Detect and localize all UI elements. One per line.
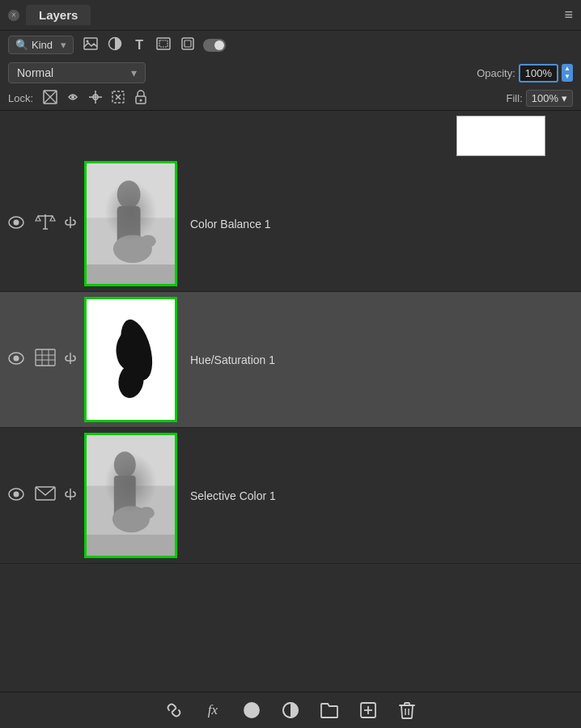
- bottom-toolbar: fx: [0, 692, 581, 728]
- visibility-toggle[interactable]: [8, 352, 28, 368]
- svg-point-10: [71, 95, 74, 99]
- svg-rect-6: [184, 40, 191, 47]
- fill-chevron-icon: ▾: [562, 92, 567, 104]
- layer-type-icon: [34, 349, 57, 370]
- layer-row[interactable]: Selective Color 1: [0, 428, 581, 564]
- svg-rect-31: [36, 349, 55, 366]
- blend-mode-value: Normal: [17, 66, 53, 79]
- layer-mask-thumbnail: [84, 297, 177, 422]
- fill-value-text: 100%: [532, 92, 558, 104]
- lock-transparency-icon[interactable]: [41, 90, 59, 107]
- opacity-label: Opacity:: [477, 67, 515, 79]
- fill-value[interactable]: 100% ▾: [526, 90, 573, 107]
- lock-image-icon[interactable]: [64, 91, 82, 106]
- white-thumbnail-block: [456, 116, 545, 156]
- kind-label: Kind: [32, 39, 53, 51]
- layer-type-icon: [34, 485, 57, 506]
- blend-row: Normal ▾ Opacity: 100% ▲ ▼: [0, 59, 581, 87]
- opacity-group: Opacity: 100% ▲ ▼: [477, 64, 573, 83]
- svg-rect-4: [159, 40, 168, 47]
- lock-row: Lock:: [0, 87, 581, 111]
- close-button[interactable]: ×: [8, 10, 19, 21]
- visibility-toggle[interactable]: [8, 216, 28, 232]
- image-filter-icon[interactable]: [82, 37, 100, 53]
- svg-point-44: [114, 451, 136, 478]
- filter-icons: T: [82, 36, 226, 53]
- svg-point-47: [139, 506, 155, 518]
- filter-toggle[interactable]: [203, 39, 226, 52]
- lock-position-icon[interactable]: [87, 90, 104, 107]
- link-layers-button[interactable]: [163, 699, 185, 722]
- svg-rect-5: [182, 38, 193, 49]
- opacity-up-icon: ▲: [564, 65, 570, 73]
- svg-point-27: [141, 235, 156, 247]
- svg-rect-43: [87, 435, 175, 485]
- filter-row: 🔍 Kind ▾ T: [0, 31, 581, 59]
- svg-point-24: [117, 180, 141, 209]
- svg-point-46: [112, 506, 150, 532]
- mask-thumb: [87, 299, 175, 420]
- smart-filter-icon[interactable]: [179, 36, 197, 53]
- kind-chevron-icon: ▾: [61, 39, 66, 51]
- visibility-toggle[interactable]: [8, 488, 28, 504]
- svg-point-50: [244, 703, 259, 717]
- title-bar: × Layers ≡: [0, 0, 581, 31]
- kind-select[interactable]: 🔍 Kind ▾: [8, 36, 74, 54]
- blend-mode-select[interactable]: Normal ▾: [8, 62, 146, 83]
- chain-icon: [63, 214, 78, 233]
- layers-area: Color Balance 1: [0, 111, 581, 692]
- layer-row[interactable]: Color Balance 1: [0, 156, 581, 292]
- svg-point-40: [14, 491, 19, 497]
- layer-thumbnail: [84, 161, 177, 286]
- new-group-button[interactable]: [318, 699, 341, 722]
- adjustment-filter-icon[interactable]: [106, 36, 124, 53]
- white-block-row: [0, 111, 581, 156]
- svg-rect-48: [87, 535, 175, 556]
- chain-icon: [63, 350, 78, 369]
- opacity-value[interactable]: 100%: [519, 64, 558, 83]
- svg-point-26: [113, 235, 152, 263]
- layer-name: Hue/Saturation 1: [190, 353, 275, 366]
- layer-effects-button[interactable]: fx: [201, 699, 224, 722]
- layer-name: Selective Color 1: [190, 489, 276, 502]
- bw-photo-thumbnail: [87, 435, 175, 556]
- opacity-stepper[interactable]: ▲ ▼: [562, 64, 573, 81]
- bw-photo-thumbnail: [87, 163, 175, 284]
- svg-point-18: [14, 219, 19, 225]
- panel-menu-icon[interactable]: ≡: [564, 6, 573, 23]
- lock-artboard-icon[interactable]: [109, 90, 127, 107]
- svg-rect-3: [157, 38, 170, 49]
- fill-label: Fill:: [507, 92, 523, 104]
- layer-row[interactable]: Hue/Saturation 1: [0, 292, 581, 428]
- svg-rect-45: [114, 476, 136, 518]
- title-bar-left: × Layers: [8, 5, 91, 25]
- new-layer-button[interactable]: [357, 699, 380, 722]
- svg-point-30: [14, 355, 19, 361]
- layer-type-icon: [34, 213, 57, 235]
- layer-name: Color Balance 1: [190, 218, 271, 231]
- svg-rect-0: [84, 38, 97, 49]
- search-icon: 🔍: [15, 39, 28, 51]
- layer-thumbnail: [84, 433, 177, 558]
- blend-mode-chevron-icon: ▾: [131, 66, 137, 79]
- shape-filter-icon[interactable]: [155, 37, 172, 53]
- opacity-down-icon: ▼: [564, 73, 570, 81]
- layers-panel: × Layers ≡ 🔍 Kind ▾: [0, 0, 581, 728]
- lock-all-icon[interactable]: [132, 90, 150, 107]
- type-filter-icon[interactable]: T: [130, 38, 148, 53]
- panel-title[interactable]: Layers: [26, 5, 91, 25]
- lock-label: Lock:: [8, 92, 33, 104]
- svg-rect-23: [87, 163, 175, 218]
- svg-rect-28: [87, 265, 175, 284]
- adjustments-button[interactable]: [279, 699, 302, 722]
- svg-point-16: [140, 99, 142, 102]
- fill-group: Fill: 100% ▾: [507, 90, 573, 107]
- add-mask-button[interactable]: [240, 699, 263, 722]
- chain-icon: [63, 486, 78, 505]
- delete-layer-button[interactable]: [396, 699, 418, 722]
